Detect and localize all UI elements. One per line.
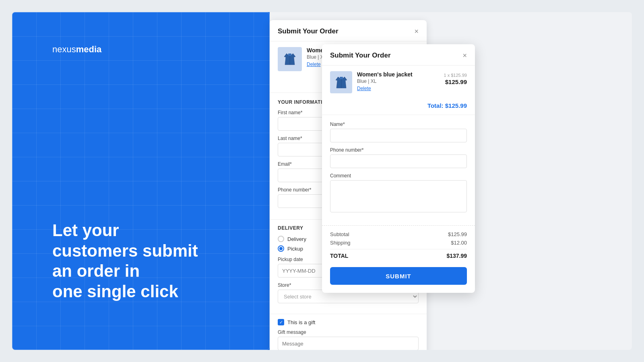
subtotal-label: Subtotal [330, 231, 349, 237]
svg-rect-0 [288, 53, 291, 56]
brand-name-light: nexus [52, 44, 76, 54]
grand-total-label: TOTAL [330, 253, 348, 259]
subtotal-line: Subtotal $125.99 [330, 231, 467, 237]
left-panel: nexusmedia Let your customers submit an … [12, 12, 270, 350]
name-group-front: Name* [330, 121, 467, 142]
checkmark-icon: ✓ [279, 320, 283, 325]
comment-textarea[interactable] [330, 180, 467, 212]
product-delete-front[interactable]: Delete [357, 86, 439, 91]
subtotal-value: $125.99 [448, 231, 467, 237]
name-label-front: Name* [330, 121, 467, 127]
delivery-radio[interactable] [278, 236, 284, 242]
product-row-front: Women's blue jacket Blue | XL Delete 1 x… [322, 66, 475, 99]
name-input-front[interactable] [330, 129, 467, 142]
phone-input-front[interactable] [330, 154, 467, 168]
product-image-front [330, 71, 352, 93]
product-price-front: 1 x $125.99 $125.99 [444, 71, 467, 85]
gift-checkbox-row: ✓ This is a gift [278, 319, 419, 325]
svg-rect-1 [340, 77, 343, 79]
phone-group-front: Phone number* [330, 147, 467, 168]
modal-front: Submit Your Order × Women's blue jacket … [322, 44, 475, 293]
modal-back-title: Submit Your Order [278, 27, 339, 35]
gift-checkbox[interactable]: ✓ [278, 319, 284, 325]
modal-front-title: Submit Your Order [330, 51, 391, 60]
shipping-label: Shipping [330, 240, 351, 246]
phone-label-front: Phone number* [330, 147, 467, 153]
product-name-front: Women's blue jacket [357, 71, 439, 78]
totals-section: Subtotal $125.99 Shipping $12.00 TOTAL $… [322, 225, 475, 267]
pickup-radio-inner [279, 247, 283, 250]
product-info-front: Women's blue jacket Blue | XL Delete [357, 71, 439, 91]
comment-group: Comment [330, 173, 467, 214]
hero-text: Let your customers submit an order in on… [32, 220, 250, 334]
shipping-value: $12.00 [451, 240, 467, 246]
grand-total-value: $137.99 [446, 253, 467, 259]
front-form-section: Name* Phone number* Comment [322, 115, 475, 225]
product-image-back [278, 47, 302, 71]
modal-front-close[interactable]: × [462, 52, 467, 59]
right-panel: Submit Your Order × Women's blue jacket … [270, 12, 632, 350]
gift-message-input[interactable] [278, 337, 419, 350]
modal-back-close[interactable]: × [414, 28, 419, 35]
total-front: Total: $125.99 [322, 99, 475, 115]
submit-button[interactable]: SUBMIT [330, 267, 467, 285]
shipping-line: Shipping $12.00 [330, 240, 467, 246]
pickup-radio[interactable] [278, 245, 284, 252]
product-meta-front: Blue | XL [357, 78, 439, 84]
brand-name-bold: media [76, 44, 102, 54]
brand-logo: nexusmedia [32, 28, 250, 71]
modal-front-header: Submit Your Order × [322, 44, 475, 66]
gift-checkbox-label: This is a gift [287, 319, 315, 325]
comment-label: Comment [330, 173, 467, 179]
gift-message-label: Gift message [278, 329, 419, 335]
gift-section: ✓ This is a gift Gift message [270, 314, 427, 350]
modal-back-header: Submit Your Order × [270, 20, 427, 41]
gift-message-group: Gift message [278, 329, 419, 350]
grand-total-line: TOTAL $137.99 [330, 249, 467, 259]
